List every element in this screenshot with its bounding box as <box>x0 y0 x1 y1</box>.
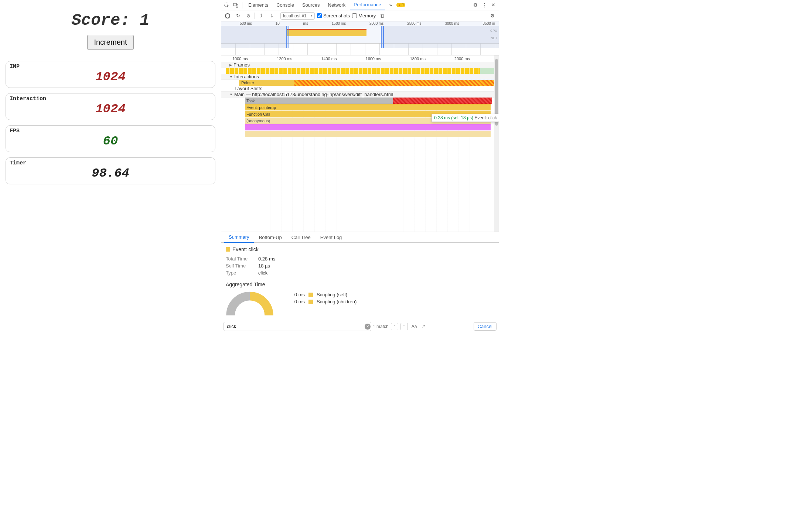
metric-value: 1024 <box>10 70 211 84</box>
tab-elements[interactable]: Elements <box>245 0 272 10</box>
interactions-row[interactable]: Pointer <box>239 80 499 86</box>
swatch-scripting <box>226 247 230 252</box>
clear-search-icon[interactable]: ✕ <box>365 324 371 330</box>
metric-card-timer: Timer 98.64 <box>6 157 215 184</box>
summary-body: Event: click Total Time0.28 ms Self Time… <box>221 243 499 320</box>
tab-console[interactable]: Console <box>273 0 298 10</box>
search-prev-button[interactable]: ˄ <box>391 323 398 330</box>
reload-record-button[interactable]: ↻ <box>234 12 242 20</box>
gc-icon[interactable]: 🗑 <box>378 12 386 20</box>
devtools-tab-bar: Elements Console Sources Network Perform… <box>221 0 499 10</box>
summary-tab-bottomup[interactable]: Bottom-Up <box>255 232 286 243</box>
summary-tab-eventlog[interactable]: Event Log <box>316 232 347 243</box>
flame-chart[interactable]: 1000 ms 1200 ms 1400 ms 1600 ms 1800 ms … <box>221 55 499 232</box>
frames-row[interactable] <box>226 68 499 74</box>
tab-performance[interactable]: Performance <box>350 0 385 10</box>
search-match-count: 1 match <box>373 324 389 329</box>
main-thread-area[interactable]: Task Event: pointerup Function Call (ano… <box>226 98 499 232</box>
warning-badge[interactable]: 1 <box>396 3 405 7</box>
swatch-scripting <box>308 300 313 304</box>
metric-label: Interaction <box>10 96 211 102</box>
cancel-button[interactable]: Cancel <box>474 322 497 331</box>
profile-select-wrap: localhost #1 <box>280 12 315 20</box>
tooltip-time: 0.28 ms (self 18 µs) <box>434 115 473 120</box>
metric-card-inp: INP 1024 <box>6 61 215 88</box>
download-icon[interactable]: ⤵ <box>267 12 276 20</box>
summary-event-title: Event: click <box>226 246 494 252</box>
tab-sources[interactable]: Sources <box>299 0 324 10</box>
search-input[interactable] <box>224 322 371 331</box>
app-pane: Score: 1 Increment INP 1024 Interaction … <box>0 0 221 332</box>
record-button[interactable] <box>224 12 232 20</box>
screenshots-checkbox[interactable]: Screenshots <box>317 13 350 18</box>
donut-chart <box>226 290 274 316</box>
score-value: 1 <box>140 11 149 30</box>
overview-cpu-block <box>287 29 366 36</box>
profile-select[interactable]: localhost #1 <box>280 12 315 20</box>
track-interactions[interactable]: ▼Interactions <box>221 74 499 80</box>
kv-key: Type <box>226 270 253 276</box>
kv-value: 18 µs <box>258 263 270 269</box>
kv-key: Self Time <box>226 263 253 269</box>
track-layout-shifts[interactable]: Layout Shifts <box>221 86 499 92</box>
summary-tab-calltree[interactable]: Call Tree <box>287 232 315 243</box>
score-title: Score: 1 <box>6 11 215 30</box>
separator <box>242 2 242 8</box>
metric-card-interaction: Interaction 1024 <box>6 93 215 120</box>
summary-tab-summary[interactable]: Summary <box>224 232 254 243</box>
track-main[interactable]: ▼Main — http://localhost:5173/understand… <box>221 92 499 98</box>
bar-layout[interactable] <box>245 124 491 130</box>
metric-card-fps: FPS 60 <box>6 125 215 152</box>
search-next-button[interactable]: ˅ <box>400 323 408 330</box>
track-frames[interactable]: ▶Frames <box>221 62 499 68</box>
flame-scrollbar[interactable] <box>494 55 499 232</box>
device-toggle-icon[interactable] <box>232 1 240 9</box>
agg-title: Aggregated Time <box>226 282 494 287</box>
flame-ruler: 1000 ms 1200 ms 1400 ms 1600 ms 1800 ms … <box>221 55 499 62</box>
clear-button[interactable]: ⊘ <box>244 12 252 20</box>
metric-value: 60 <box>10 134 211 148</box>
pointer-bar[interactable]: Pointer <box>239 80 294 86</box>
performance-toolbar: ↻ ⊘ ⤴ ⤵ localhost #1 Screenshots Memory … <box>221 10 499 21</box>
tooltip-label: Event: click <box>474 115 497 120</box>
swatch-scripting <box>308 293 313 297</box>
memory-checkbox[interactable]: Memory <box>352 13 376 18</box>
summary-tab-bar: Summary Bottom-Up Call Tree Event Log <box>221 232 499 243</box>
bar-task[interactable]: Task <box>245 98 492 104</box>
separator <box>278 13 278 19</box>
inspect-icon[interactable] <box>223 1 231 9</box>
case-toggle[interactable]: Aa <box>410 323 419 330</box>
score-label: Score: <box>71 11 140 30</box>
agg-legend: 0 msScripting (self) 0 msScripting (chil… <box>289 290 357 306</box>
tabs-overflow[interactable]: » <box>386 0 396 10</box>
overview-handle-right[interactable] <box>381 26 384 48</box>
increment-button[interactable]: Increment <box>87 35 134 50</box>
tab-network[interactable]: Network <box>324 0 349 10</box>
metric-label: FPS <box>10 128 211 134</box>
separator <box>255 13 255 19</box>
kebab-icon[interactable]: ⋮ <box>480 1 488 9</box>
settings-gear-icon[interactable]: ⚙ <box>488 12 497 20</box>
bar-event-pointerup[interactable]: Event: pointerup <box>245 104 491 110</box>
kv-key: Total Time <box>226 256 253 262</box>
devtools-panel: Elements Console Sources Network Perform… <box>221 0 499 332</box>
metric-label: INP <box>10 64 211 70</box>
flame-tooltip: 0.28 ms (self 18 µs) Event: click <box>432 114 499 122</box>
pointer-stripe[interactable] <box>294 80 496 86</box>
search-bar: ✕ 1 match ˄ ˅ Aa .* Cancel <box>221 320 499 332</box>
overview-ruler: 500 ms 10 ms 1500 ms 2000 ms 2500 ms 300… <box>221 21 499 26</box>
gear-icon[interactable]: ⚙ <box>471 1 480 9</box>
kv-value: click <box>258 270 267 276</box>
overview-handle-left[interactable] <box>286 26 289 48</box>
overview-mask <box>221 26 286 48</box>
kv-value: 0.28 ms <box>258 256 275 262</box>
upload-icon[interactable]: ⤴ <box>257 12 265 20</box>
metric-value: 98.64 <box>10 166 211 180</box>
close-icon[interactable]: ✕ <box>489 1 497 9</box>
aggregated-time: Aggregated Time 0 msScripting (self) 0 m… <box>226 282 494 316</box>
regex-toggle[interactable]: .* <box>420 323 426 330</box>
overview-timeline[interactable]: 500 ms 10 ms 1500 ms 2000 ms 2500 ms 300… <box>221 21 499 44</box>
metric-value: 1024 <box>10 102 211 116</box>
overview-mask <box>384 26 499 48</box>
bar-misc[interactable] <box>245 131 491 137</box>
